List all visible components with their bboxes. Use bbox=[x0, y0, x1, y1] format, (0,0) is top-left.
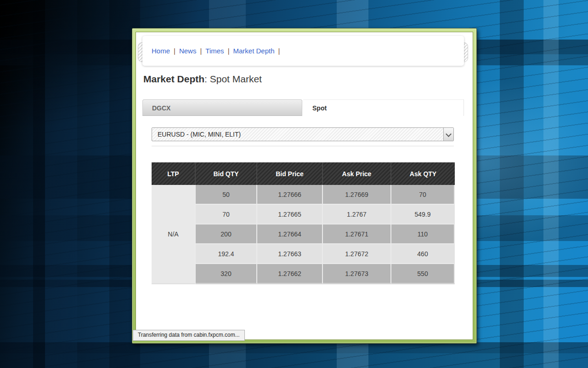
bid-price-cell[interactable]: 1.27666 bbox=[257, 185, 323, 205]
instrument-select-value: EURUSD - (MIC, MINI, ELIT) bbox=[152, 131, 241, 138]
bid-qty-cell: 320 bbox=[196, 264, 257, 284]
bid-price-cell[interactable]: 1.27662 bbox=[257, 264, 323, 284]
bid-price-cell[interactable]: 1.27664 bbox=[257, 224, 323, 244]
status-tooltip: Transferring data from cabin.fxpcm.com..… bbox=[133, 330, 245, 341]
ask-price-cell[interactable]: 1.2767 bbox=[323, 205, 391, 224]
nav-separator: | bbox=[200, 47, 202, 55]
ask-price-cell[interactable]: 1.27671 bbox=[323, 224, 391, 244]
nav-separator: | bbox=[228, 47, 230, 55]
bid-qty-cell: 192.4 bbox=[196, 244, 257, 264]
ltp-value-cell[interactable]: N/A bbox=[152, 185, 196, 284]
ask-qty-cell: 110 bbox=[391, 224, 455, 244]
market-depth-table: LTP Bid QTY Bid Price Ask Price Ask QTY … bbox=[152, 162, 455, 284]
ask-qty-cell: 550 bbox=[391, 264, 455, 284]
browser-window: Home | News | Times | Market Depth | Mar… bbox=[132, 28, 477, 344]
ask-price-cell[interactable]: 1.27673 bbox=[323, 264, 391, 284]
table-row: 200 1.27664 1.27671 110 bbox=[152, 224, 455, 244]
table-row: N/A 50 1.27666 1.27669 70 bbox=[152, 185, 455, 205]
ask-price-cell[interactable]: 1.27672 bbox=[323, 244, 391, 264]
column-header-bid-qty: Bid QTY bbox=[196, 162, 257, 185]
column-header-ltp: LTP bbox=[152, 162, 196, 185]
nav-bar: Home | News | Times | Market Depth | bbox=[142, 36, 464, 66]
page-content: Home | News | Times | Market Depth | Mar… bbox=[136, 32, 473, 340]
nav-separator: | bbox=[174, 47, 175, 55]
table-row: 70 1.27665 1.2767 549.9 bbox=[152, 205, 455, 224]
ask-qty-cell: 70 bbox=[391, 185, 455, 205]
bid-qty-cell: 200 bbox=[196, 224, 257, 244]
column-header-bid-price: Bid Price bbox=[257, 162, 323, 185]
ask-qty-cell: 549.9 bbox=[391, 205, 455, 224]
ask-qty-cell: 460 bbox=[391, 244, 455, 264]
nav-link-news[interactable]: News bbox=[179, 47, 197, 55]
chevron-down-icon bbox=[446, 131, 452, 137]
tab-dgcx[interactable]: DGCX bbox=[142, 99, 302, 116]
select-dropdown-button[interactable] bbox=[443, 128, 453, 141]
ask-price-cell[interactable]: 1.27669 bbox=[323, 185, 391, 205]
nav-links: Home | News | Times | Market Depth | bbox=[152, 36, 283, 66]
nav-separator: | bbox=[278, 47, 280, 55]
table-row: 192.4 1.27663 1.27672 460 bbox=[152, 244, 455, 264]
table-header-row: LTP Bid QTY Bid Price Ask Price Ask QTY bbox=[152, 162, 455, 185]
table-row: 320 1.27662 1.27673 550 bbox=[152, 264, 455, 284]
nav-link-times[interactable]: Times bbox=[205, 47, 224, 55]
nav-link-market-depth[interactable]: Market Depth bbox=[233, 47, 275, 55]
bid-qty-cell: 50 bbox=[196, 185, 257, 205]
divider bbox=[152, 146, 454, 146]
page-title: Market Depth: Spot Market bbox=[143, 74, 262, 85]
column-header-ask-qty: Ask QTY bbox=[391, 162, 455, 185]
bid-qty-cell: 70 bbox=[196, 205, 257, 224]
bid-price-cell[interactable]: 1.27665 bbox=[257, 205, 323, 224]
page-title-bold: Market Depth bbox=[143, 74, 204, 84]
desktop-background: Home | News | Times | Market Depth | Mar… bbox=[0, 0, 588, 368]
column-header-ask-price: Ask Price bbox=[323, 162, 391, 185]
bid-price-cell[interactable]: 1.27663 bbox=[257, 244, 323, 264]
tab-spot[interactable]: Spot bbox=[303, 99, 464, 116]
instrument-select[interactable]: EURUSD - (MIC, MINI, ELIT) bbox=[152, 127, 454, 141]
nav-link-home[interactable]: Home bbox=[152, 47, 170, 55]
page-title-rest: : Spot Market bbox=[204, 74, 262, 84]
